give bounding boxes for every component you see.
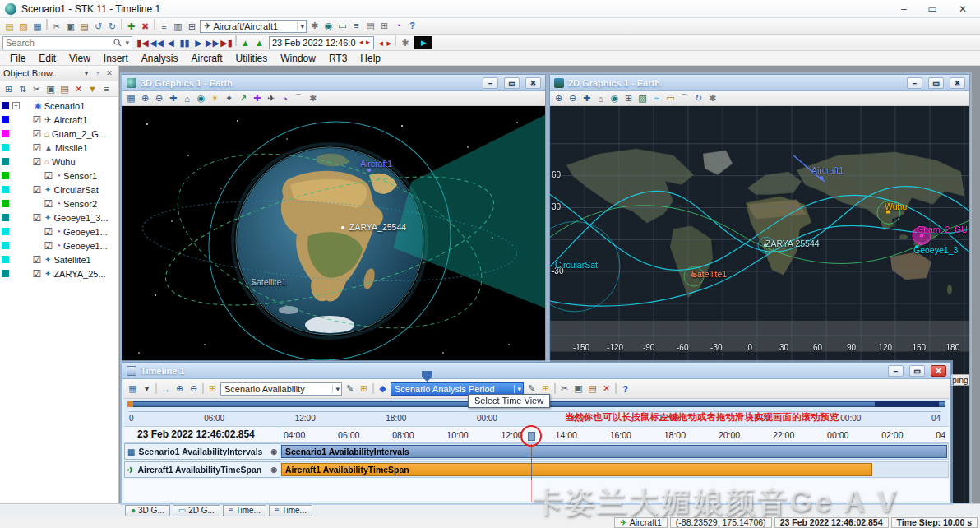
properties-icon[interactable]: ✱ — [307, 20, 321, 33]
filter-icon[interactable]: ▼ — [86, 82, 99, 95]
maximize-button[interactable]: ▭ — [928, 77, 944, 89]
lighting-icon[interactable]: ☀ — [208, 92, 222, 105]
chevron-down-icon[interactable]: ▾ — [514, 385, 521, 393]
globe-icon[interactable]: ◉ — [194, 92, 208, 105]
minimize-button[interactable]: – — [483, 77, 498, 89]
expander-icon[interactable] — [34, 172, 41, 179]
checkbox[interactable]: ☑ — [44, 241, 53, 251]
minimize-button[interactable]: – — [888, 365, 904, 377]
copy-icon[interactable]: ▣ — [44, 82, 58, 95]
expander-icon[interactable] — [22, 158, 30, 165]
3d-viewport[interactable]: Aircraft1 ZARYA_25544 Satellite1 — [122, 106, 545, 361]
row-track[interactable]: Scenario1 AvailabilityIntervals — [280, 443, 949, 460]
add-view-icon[interactable]: ▾ — [140, 382, 154, 396]
checkbox[interactable]: ☑ — [44, 199, 53, 209]
availability-timespan-bar[interactable]: Aircraft1 AvailabilityTimeSpan — [281, 463, 872, 476]
menu-item[interactable]: Analysis — [135, 53, 185, 64]
time-step-up-icon[interactable]: ▸ — [385, 36, 393, 49]
tree-item[interactable]: ☑ ◔ Geoeye1... — [0, 239, 118, 252]
minimize-button[interactable]: – — [901, 3, 907, 15]
maximize-button[interactable]: ▭ — [928, 3, 937, 15]
menu-item[interactable]: File — [3, 53, 32, 64]
new-scenario-icon[interactable]: ▤ — [2, 20, 16, 33]
expander-icon[interactable] — [22, 214, 30, 221]
settings-icon[interactable]: ✱ — [705, 92, 719, 105]
open-icon[interactable]: ▨ — [16, 20, 30, 33]
tree-item[interactable]: ☑ ✦ Geoeye1_3... — [0, 211, 118, 225]
maximize-button[interactable]: ▭ — [909, 365, 925, 377]
window-tab[interactable]: ≡ Time... — [223, 505, 266, 516]
tree-item[interactable]: ☑ ⌂ Guam_2_G... — [0, 127, 118, 141]
window-tab[interactable]: ● 3D G... — [125, 505, 170, 516]
model-icon[interactable]: ✈ — [264, 92, 278, 105]
chevron-down-icon[interactable]: ▾ — [332, 385, 340, 393]
stars-icon[interactable]: ✦ — [222, 92, 236, 105]
animation-end-icon[interactable]: ▶▮ — [220, 36, 233, 49]
report-manager-icon[interactable]: ▤ — [363, 20, 377, 33]
edit-time-component-icon[interactable]: ✎ — [343, 382, 357, 396]
expander-icon[interactable] — [22, 186, 30, 193]
view-mode-icon[interactable]: ⊞ — [2, 82, 16, 95]
time-spinner-icon[interactable]: ◄► — [358, 39, 372, 46]
zoom-fit-icon[interactable]: ↔ — [159, 382, 173, 396]
chevron-down-icon[interactable]: ▾ — [297, 22, 304, 30]
window-tab[interactable]: ▭ 2D G... — [173, 505, 220, 516]
menu-item[interactable]: View — [62, 53, 97, 64]
menu-item[interactable]: RT3 — [322, 53, 354, 64]
maximize-button[interactable]: ▭ — [504, 77, 520, 89]
checkbox[interactable]: ☑ — [32, 213, 42, 223]
3d-graphics-icon[interactable]: ◉ — [321, 20, 335, 33]
3d-window-titlebar[interactable]: 3D Graphics 1 - Earth – ▭ ✕ — [122, 75, 545, 91]
cut-icon[interactable]: ✂ — [49, 20, 63, 33]
data-provider-icon[interactable]: ⊞ — [377, 20, 391, 33]
paste-icon[interactable]: ▤ — [585, 382, 599, 396]
tree-item[interactable]: ☑ ▲ Missile1 — [0, 141, 118, 155]
animation-reset-icon[interactable]: ▮◀ — [136, 36, 150, 49]
increase-step-icon[interactable]: ▲ — [252, 36, 266, 49]
expander-icon[interactable] — [34, 228, 41, 235]
expander-icon[interactable] — [34, 242, 41, 249]
play-backward-icon[interactable]: ◀ — [164, 36, 178, 49]
time-component-combo[interactable]: Scenario Availability ▾ — [220, 382, 342, 396]
new-object-icon[interactable]: ✚ — [124, 20, 138, 33]
measure-icon[interactable]: ⌒ — [677, 92, 691, 105]
copy-icon[interactable]: ▣ — [571, 382, 585, 396]
measure-icon[interactable]: ⌒ — [292, 92, 306, 105]
pan-icon[interactable]: ✚ — [580, 92, 594, 105]
eye-icon[interactable]: ◉ — [270, 465, 277, 474]
expander-icon[interactable] — [22, 256, 30, 263]
window-tab[interactable]: ≡ Time... — [269, 505, 312, 516]
paste-icon[interactable]: ▤ — [77, 20, 91, 33]
pause-icon[interactable]: ▮▮ — [178, 36, 192, 49]
sensor-manager-icon[interactable]: ◔ — [391, 19, 405, 32]
refresh-icon[interactable]: ↻ — [691, 92, 705, 105]
report-icon[interactable]: ≡ — [157, 20, 171, 33]
tree-item[interactable]: ☑ ✦ CircularSat — [0, 183, 118, 197]
availability-interval-bar[interactable]: Scenario1 AvailabilityIntervals — [281, 445, 947, 458]
zoom-in-icon[interactable]: ⊕ — [173, 382, 187, 396]
timeline-titlebar[interactable]: Timeline 1 – ▭ ✕ — [122, 363, 950, 379]
menu-item[interactable]: Help — [354, 53, 387, 64]
time-view-icon[interactable]: ◆ — [376, 382, 390, 396]
time-step-down-icon[interactable]: ◂ — [377, 36, 385, 49]
pin-icon[interactable]: ▫ — [92, 69, 104, 77]
settings-icon[interactable]: ✱ — [306, 92, 320, 105]
row-track[interactable]: Aircraft1 AvailabilityTimeSpan — [280, 461, 949, 478]
expander-icon[interactable] — [22, 116, 30, 123]
tree-item[interactable]: ☑ ✦ ZARYA_25... — [0, 266, 118, 280]
undo-icon[interactable]: ↺ — [91, 20, 105, 33]
step-forward-icon[interactable]: ▶▶ — [206, 36, 220, 49]
imagery-icon[interactable]: ▨ — [636, 92, 649, 105]
checkbox[interactable]: ☑ — [32, 269, 42, 279]
delete-object-icon[interactable]: ✖ — [138, 20, 152, 33]
menu-item[interactable]: Window — [274, 53, 322, 64]
eye-icon[interactable]: ◉ — [270, 447, 277, 456]
realtime-indicator-icon[interactable]: ▶ — [414, 36, 432, 49]
regions-icon[interactable]: ▭ — [663, 92, 677, 105]
pan-icon[interactable]: ✚ — [166, 92, 180, 105]
projection-icon[interactable]: ◉ — [608, 92, 622, 105]
tree-item[interactable]: − ◉ Scenario1 — [0, 99, 118, 113]
search-input[interactable]: Search ▾ — [2, 36, 132, 49]
tree-item[interactable]: ☑ ✦ Satellite1 — [0, 252, 118, 266]
close-icon[interactable]: ✕ — [104, 69, 115, 77]
